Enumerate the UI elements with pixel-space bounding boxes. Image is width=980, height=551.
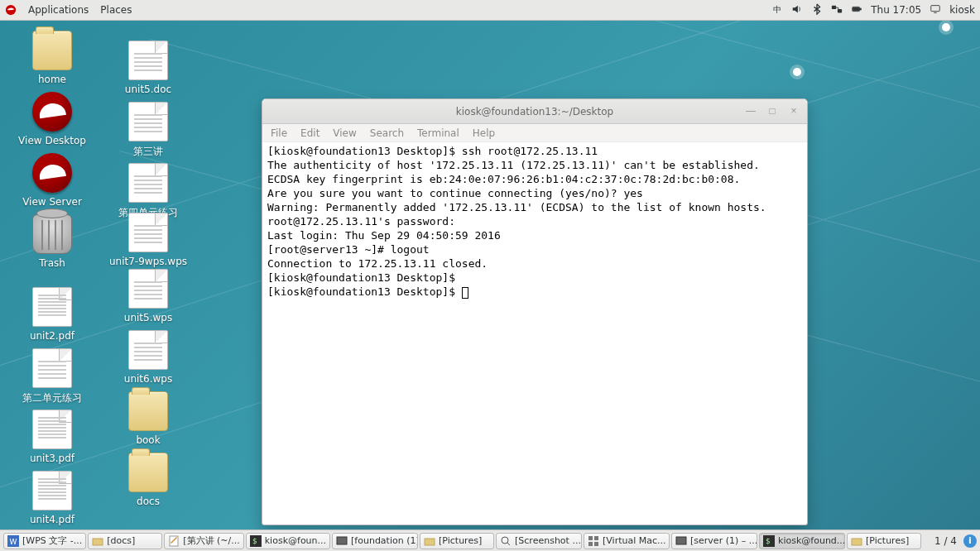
svg-rect-10	[93, 539, 103, 545]
desktop-icon-unit2-exercise[interactable]: 第二单元练习	[12, 348, 93, 405]
terminal-title: kiosk@foundation13:~/Desktop	[456, 106, 613, 117]
task-label: [foundation (1) ...	[351, 535, 418, 546]
icon-label: unit6.wps	[124, 373, 172, 385]
user-monitor-icon	[930, 3, 941, 17]
icon-label: View Desktop	[18, 135, 86, 146]
desktop-icon-book[interactable]: book	[108, 391, 189, 446]
task-screenshot[interactable]: [Screenshot ...	[496, 533, 582, 549]
bottom-panel: W[WPS 文字 -... [docs] [第六讲 (~/... $kiosk@…	[0, 529, 980, 551]
bluetooth-icon[interactable]	[811, 3, 823, 17]
desktop-icon-unit4-pdf[interactable]: unit4.pdf	[12, 471, 93, 525]
task-terminal-1[interactable]: $kiosk@foun...	[246, 533, 330, 549]
clock[interactable]: Thu 17:05	[871, 4, 921, 16]
desktop-icon-unit7-9[interactable]: unit7-9wps.wps	[108, 213, 189, 267]
task-foundation[interactable]: [foundation (1) ...	[332, 533, 418, 549]
task-wps[interactable]: W[WPS 文字 -...	[3, 533, 86, 549]
applications-menu[interactable]: Applications	[28, 4, 89, 16]
icon-label: unit3.pdf	[30, 453, 74, 464]
icon-label: unit7-9wps.wps	[109, 256, 187, 267]
terminal-menubar: File Edit View Search Terminal Help	[262, 124, 807, 142]
svg-rect-5	[860, 8, 862, 10]
task-label: [server (1) – ...	[690, 535, 757, 546]
desktop-icon-unit5-doc[interactable]: unit5.doc	[108, 41, 189, 95]
menu-search[interactable]: Search	[370, 127, 404, 139]
folder-icon	[424, 535, 435, 547]
svg-rect-14	[337, 537, 347, 544]
svg-text:W: W	[10, 538, 17, 546]
close-button[interactable]: ×	[787, 104, 800, 117]
desktop-icon-unit5-wps[interactable]: unit5.wps	[108, 269, 189, 323]
vm-icon	[336, 535, 348, 547]
desktop-icon-docs[interactable]: docs	[108, 453, 189, 507]
svg-point-16	[502, 537, 508, 544]
user-menu[interactable]: kiosk	[949, 4, 975, 16]
folder-icon	[92, 535, 103, 547]
svg-rect-7	[931, 5, 940, 11]
svg-text:中: 中	[773, 4, 781, 13]
desktop-icon-unit3-pdf[interactable]: unit3.pdf	[12, 410, 93, 464]
icon-label: docs	[137, 496, 160, 507]
icon-label: unit4.pdf	[30, 514, 74, 525]
menu-edit[interactable]: Edit	[300, 127, 319, 139]
menu-file[interactable]: File	[271, 127, 287, 139]
top-panel: Applications Places 中 Thu 17:05 kiosk	[0, 0, 980, 21]
task-docs[interactable]: [docs]	[88, 533, 162, 549]
task-label: [Pictures]	[439, 535, 482, 546]
task-label: [Virtual Mac...	[603, 535, 666, 546]
desktop[interactable]: home View Desktop View Server Trash unit…	[0, 21, 980, 529]
task-label: kiosk@foun...	[265, 535, 326, 546]
folder-icon	[851, 535, 862, 547]
desktop-icon-unit2-pdf[interactable]: unit2.pdf	[12, 287, 93, 342]
desktop-icon-view-server[interactable]: View Server	[12, 153, 93, 208]
svg-rect-15	[425, 539, 435, 545]
notification-info-icon[interactable]: i	[963, 534, 977, 548]
network-icon[interactable]	[831, 3, 843, 17]
task-terminal-2[interactable]: $kiosk@found...	[759, 533, 845, 549]
menu-view[interactable]: View	[333, 127, 356, 139]
task-gedit[interactable]: [第六讲 (~/...	[164, 533, 244, 549]
terminal-body[interactable]: [kiosk@foundation13 Desktop]$ ssh root@1…	[262, 142, 807, 525]
task-label: [第六讲 (~/...	[183, 534, 240, 547]
places-menu[interactable]: Places	[100, 4, 132, 16]
icon-label: 第三讲	[133, 146, 163, 157]
desktop-icon-trash[interactable]: Trash	[12, 214, 93, 269]
svg-rect-24	[852, 539, 862, 545]
icon-label: unit2.pdf	[30, 330, 74, 342]
maximize-button[interactable]: □	[766, 104, 779, 117]
workspace-indicator[interactable]: 1 / 4	[930, 535, 962, 547]
minimize-button[interactable]: —	[744, 104, 757, 117]
task-pictures-2[interactable]: [Pictures]	[847, 533, 921, 549]
icon-label: home	[38, 74, 66, 85]
battery-icon[interactable]	[851, 3, 862, 17]
terminal-titlebar[interactable]: kiosk@foundation13:~/Desktop — □ ×	[262, 99, 807, 124]
svg-rect-18	[594, 536, 598, 540]
terminal-icon: $	[763, 535, 775, 547]
svg-rect-6	[853, 7, 859, 11]
terminal-icon: $	[250, 535, 262, 547]
svg-rect-19	[588, 542, 593, 546]
menu-help[interactable]: Help	[473, 127, 495, 139]
desktop-icon-unit6-wps[interactable]: unit6.wps	[108, 330, 189, 385]
desktop-icon-unit4-exercise[interactable]: 第四单元练习	[108, 163, 189, 220]
svg-rect-20	[594, 542, 598, 546]
desktop-icon-home[interactable]: home	[12, 31, 93, 85]
input-method-icon[interactable]: 中	[771, 3, 783, 17]
desktop-icon-view-desktop[interactable]: View Desktop	[12, 92, 93, 146]
task-label: [docs]	[107, 535, 135, 546]
svg-rect-2	[832, 5, 836, 8]
terminal-window[interactable]: kiosk@foundation13:~/Desktop — □ × File …	[262, 98, 808, 525]
virt-manager-icon	[588, 535, 599, 547]
task-virt-manager[interactable]: [Virtual Mac...	[584, 533, 670, 549]
icon-label: unit5.doc	[125, 84, 171, 95]
icon-label: Trash	[39, 257, 65, 269]
task-label: kiosk@found...	[778, 535, 845, 546]
task-pictures-1[interactable]: [Pictures]	[420, 533, 494, 549]
wps-icon: W	[7, 535, 19, 547]
desktop-icon-lecture3[interactable]: 第三讲	[108, 102, 189, 159]
icon-label: unit5.wps	[124, 312, 172, 323]
volume-icon[interactable]	[791, 3, 803, 17]
task-server[interactable]: [server (1) – ...	[671, 533, 757, 549]
menu-terminal[interactable]: Terminal	[417, 127, 459, 139]
vm-icon	[675, 535, 687, 547]
distro-logo-icon	[5, 4, 17, 16]
